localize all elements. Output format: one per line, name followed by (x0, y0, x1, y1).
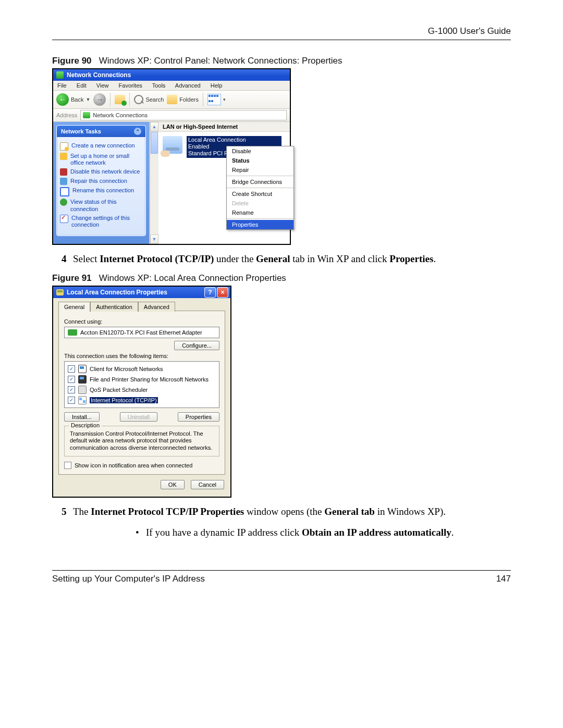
items-list: ✓Client for Microsoft Networks ✓File and… (64, 361, 219, 408)
item-file-printer[interactable]: ✓File and Printer Sharing for Microsoft … (67, 374, 217, 385)
scroll-down-icon[interactable]: ▼ (150, 235, 158, 244)
page-header-title: G-1000 User's Guide (52, 26, 511, 36)
network-icon (56, 71, 64, 79)
address-value: Network Connections (93, 112, 148, 118)
views-button[interactable]: ▾ (207, 94, 226, 105)
menu-view[interactable]: View (96, 82, 109, 89)
ctx-shortcut[interactable]: Create Shortcut (227, 189, 293, 199)
forward-button[interactable]: → (93, 93, 106, 106)
step-number: 4 (62, 252, 73, 266)
network-icon (83, 112, 90, 118)
menu-bar: File Edit View Favorites Tools Advanced … (53, 81, 290, 91)
tcpip-icon (78, 396, 87, 404)
disable-icon (60, 168, 67, 176)
scrollbar[interactable]: ▲ ▼ (150, 122, 158, 244)
search-label: Search (145, 96, 164, 103)
menu-edit[interactable]: Edit (77, 82, 87, 89)
tab-advanced[interactable]: Advanced (138, 302, 175, 312)
header-rule (52, 40, 511, 40)
help-button[interactable]: ? (204, 287, 216, 298)
chevron-down-icon: ▼ (85, 97, 90, 102)
cancel-button[interactable]: Cancel (191, 480, 224, 489)
close-button[interactable]: × (217, 287, 228, 298)
task-create-connection[interactable]: Create a new connection (60, 142, 142, 151)
ctx-rename[interactable]: Rename (227, 208, 293, 217)
bullet-dynamic-ip: • If you have a dynamic IP address click… (136, 526, 511, 539)
collapse-icon: ⌃ (134, 128, 141, 135)
menu-help[interactable]: Help (211, 82, 223, 89)
configure-button[interactable]: Configure... (174, 341, 219, 350)
tab-authentication[interactable]: Authentication (90, 302, 138, 312)
task-rename[interactable]: Rename this connection (60, 187, 142, 196)
repair-icon (60, 178, 67, 185)
figure-number: Figure 91 (52, 273, 92, 283)
connect-using-label: Connect using: (64, 318, 219, 325)
tasks-side-panel: Network Tasks ⌃ Create a new connection … (53, 122, 150, 244)
toolbar: ← Back ▼ → Search Folders ▾ (53, 91, 290, 109)
ctx-disable[interactable]: Disable (227, 146, 293, 156)
show-icon-checkbox[interactable]: Show icon in notification area when conn… (64, 462, 219, 469)
adapter-field[interactable]: Accton EN1207D-TX PCI Fast Ethernet Adap… (64, 327, 219, 338)
home-network-icon (60, 153, 67, 160)
ctx-bridge[interactable]: Bridge Connections (227, 177, 293, 187)
network-connections-window: Network Connections File Edit View Favor… (52, 68, 291, 245)
checkbox-empty-icon[interactable] (64, 462, 71, 469)
footer-page-number: 147 (496, 574, 511, 584)
tab-general[interactable]: General (58, 302, 90, 312)
menu-file[interactable]: File (57, 82, 67, 89)
lac-properties-dialog: Local Area Connection Properties ? × Gen… (52, 286, 231, 498)
up-folder-button[interactable] (115, 95, 125, 104)
folders-button[interactable]: Folders (167, 95, 199, 104)
footer-rule (52, 570, 511, 571)
bullet-icon: • (136, 526, 146, 539)
folder-icon (167, 95, 177, 104)
lan-connection-icon (163, 136, 182, 154)
window-title: Network Connections (67, 71, 131, 79)
back-label: Back (71, 96, 83, 103)
item-tcpip[interactable]: ✓Internet Protocol (TCP/IP) (67, 395, 217, 405)
status-icon (60, 199, 67, 206)
install-button[interactable]: Install... (64, 412, 100, 422)
ctx-repair[interactable]: Repair (227, 165, 293, 175)
figure-caption-text: Windows XP: Control Panel: Network Conne… (99, 56, 342, 66)
address-field[interactable]: Network Connections (80, 110, 287, 120)
back-button[interactable]: ← Back ▼ (56, 93, 90, 106)
client-icon (78, 365, 87, 373)
dialog-titlebar[interactable]: Local Area Connection Properties ? × (53, 287, 230, 298)
tab-strip: General Authentication Advanced (58, 301, 225, 311)
window-titlebar[interactable]: Network Connections (53, 69, 290, 81)
network-tasks-header[interactable]: Network Tasks ⌃ (57, 126, 145, 137)
ok-button[interactable]: OK (161, 480, 185, 489)
address-label: Address (56, 112, 77, 118)
properties-button[interactable]: Properties (178, 412, 219, 422)
show-icon-label: Show icon in notification area when conn… (75, 462, 192, 468)
checkbox-icon[interactable]: ✓ (68, 365, 75, 373)
task-change-settings[interactable]: Change settings of this connection (60, 215, 142, 228)
lan-section-header: LAN or High-Speed Internet (158, 122, 290, 132)
menu-advanced[interactable]: Advanced (175, 82, 201, 89)
task-repair[interactable]: Repair this connection (60, 178, 142, 185)
item-qos[interactable]: ✓QoS Packet Scheduler (67, 385, 217, 395)
connections-content: LAN or High-Speed Internet Local Area Co… (158, 122, 290, 244)
scroll-up-icon[interactable]: ▲ (150, 122, 158, 131)
task-disable-device[interactable]: Disable this network device (60, 168, 142, 176)
menu-tools[interactable]: Tools (152, 82, 166, 89)
network-tasks-label: Network Tasks (61, 128, 101, 134)
checkbox-icon[interactable]: ✓ (68, 376, 75, 383)
task-view-status[interactable]: View status of this connection (60, 199, 142, 212)
ctx-properties[interactable]: Properties (227, 220, 293, 229)
footer-section: Setting up Your Computer's IP Address (52, 574, 205, 584)
checkbox-icon[interactable]: ✓ (68, 397, 75, 404)
ctx-status[interactable]: Status (227, 156, 293, 165)
menu-favorites[interactable]: Favorites (119, 82, 142, 89)
item-client[interactable]: ✓Client for Microsoft Networks (67, 364, 217, 374)
search-button[interactable]: Search (134, 95, 164, 104)
back-arrow-icon: ← (56, 93, 69, 106)
qos-icon (78, 386, 87, 394)
chevron-down-icon: ▾ (223, 97, 226, 102)
task-setup-network[interactable]: Set up a home or small office network (60, 153, 142, 166)
checkbox-icon[interactable]: ✓ (68, 386, 75, 393)
scroll-thumb[interactable] (151, 132, 158, 154)
description-text: Transmission Control Protocol/Internet P… (70, 430, 214, 452)
figure-number: Figure 90 (52, 56, 92, 66)
